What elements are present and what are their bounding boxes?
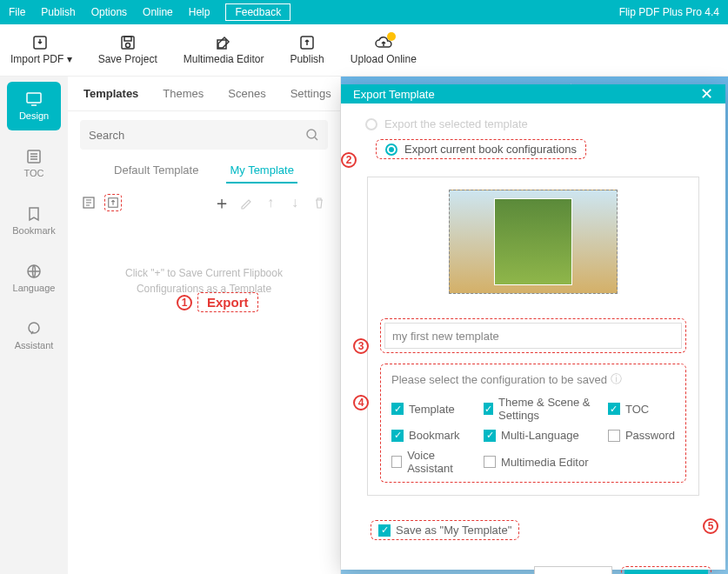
radio-icon (385, 144, 397, 156)
search-input[interactable] (89, 129, 305, 142)
radio-export-selected: Export the selected template (365, 117, 710, 130)
menu-publish[interactable]: Publish (41, 6, 75, 18)
search-box[interactable] (80, 120, 328, 150)
check-multilang[interactable]: ✓Multi-Language (484, 429, 596, 442)
template-tabs: Default Template My Template (68, 158, 340, 184)
delete-icon[interactable] (311, 194, 328, 211)
config-title: Please select the configuration to be sa… (391, 371, 675, 387)
modal-title: Export Template (353, 88, 435, 101)
menu-online[interactable]: Online (143, 6, 173, 18)
cloud-upload-icon (374, 35, 393, 50)
sidebar-item-bookmark[interactable]: Bookmark (7, 197, 61, 245)
import-template-icon[interactable] (80, 194, 97, 211)
bookmark-icon (27, 206, 41, 222)
modal-footer: Cancel Confirm (341, 554, 725, 574)
upload-online-button[interactable]: Upload Online (351, 35, 417, 65)
tab-scenes[interactable]: Scenes (224, 78, 269, 109)
tab-templates[interactable]: Templates (80, 78, 142, 109)
panel-actions: ＋ ↑ ↓ (68, 184, 340, 222)
svg-point-3 (125, 43, 130, 48)
templates-panel: Templates Themes Scenes Settings Default… (68, 77, 341, 574)
publish-button[interactable]: Publish (290, 35, 324, 65)
move-up-icon[interactable]: ↑ (262, 194, 279, 211)
confirm-button[interactable]: Confirm (624, 570, 708, 574)
chat-icon (26, 321, 42, 337)
annotation-4: 4 (353, 395, 369, 410)
check-template[interactable]: ✓Template (391, 396, 471, 422)
sidebar-item-language[interactable]: Language (7, 254, 61, 303)
annotation-1: 1 Export (177, 292, 258, 312)
monitor-icon (25, 91, 43, 107)
tab-themes[interactable]: Themes (159, 78, 207, 109)
list-icon (26, 149, 42, 164)
globe-icon (26, 264, 42, 279)
check-voice[interactable]: Voice Assistant (391, 449, 471, 475)
toolbar: Import PDF ▾ Save Project Multimedia Edi… (0, 24, 728, 77)
close-icon[interactable]: ✕ (700, 84, 713, 103)
menu-help[interactable]: Help (189, 6, 210, 18)
help-icon[interactable]: ⓘ (611, 371, 622, 387)
save-icon (120, 35, 136, 50)
save-project-button[interactable]: Save Project (98, 35, 157, 65)
feedback-button[interactable]: Feedback (225, 3, 291, 21)
panel-tabs: Templates Themes Scenes Settings (68, 77, 340, 111)
check-theme[interactable]: ✓Theme & Scene & Settings (484, 396, 596, 422)
sidebar-left: Design TOC Bookmark Language Assistant (0, 77, 68, 574)
edit-template-icon[interactable] (237, 194, 255, 211)
import-pdf-button[interactable]: Import PDF ▾ (10, 35, 72, 65)
cancel-button[interactable]: Cancel (534, 566, 612, 574)
tab-settings[interactable]: Settings (287, 78, 335, 109)
export-template-icon[interactable] (104, 194, 122, 211)
template-name-input[interactable] (384, 323, 682, 349)
publish-icon (299, 35, 315, 50)
sidebar-item-assistant[interactable]: Assistant (7, 311, 61, 360)
annotation-5: 5 (703, 518, 718, 534)
check-password[interactable]: Password (608, 429, 675, 442)
edit-icon (216, 35, 231, 50)
modal-header: Export Template ✕ (341, 84, 725, 103)
radio-export-current[interactable]: Export current book configurations (376, 139, 586, 159)
menubar: File Publish Options Online Help Feedbac… (0, 0, 728, 24)
menu-file[interactable]: File (9, 6, 25, 18)
export-template-modal: Export Template ✕ Export the selected te… (341, 84, 725, 570)
sidebar-item-design[interactable]: Design (7, 82, 61, 130)
my-template-tab[interactable]: My Template (226, 158, 297, 184)
sidebar-item-toc[interactable]: TOC (7, 139, 61, 188)
default-template-tab[interactable]: Default Template (110, 158, 202, 184)
save-as-my-template[interactable]: ✓ Save as "My Template" (371, 520, 519, 540)
check-bookmark[interactable]: ✓Bookmark (391, 429, 471, 442)
svg-point-10 (307, 130, 316, 138)
empty-message: Click "+" to Save Current Flipbook Confi… (68, 222, 340, 340)
add-icon[interactable]: ＋ (213, 194, 230, 211)
preview-box: 3 4 Please select the configuration to b… (367, 177, 699, 496)
radio-icon (365, 118, 377, 130)
multimedia-editor-button[interactable]: Multimedia Editor (184, 35, 264, 65)
app-title: Flip PDF Plus Pro 4.4 (619, 6, 719, 18)
svg-rect-6 (27, 93, 41, 103)
check-toc[interactable]: ✓TOC (608, 396, 675, 422)
move-down-icon[interactable]: ↓ (286, 194, 304, 211)
check-multimedia[interactable]: Multimedia Editor (484, 449, 596, 475)
import-icon (32, 35, 50, 50)
search-icon (305, 128, 319, 142)
menu-options[interactable]: Options (91, 6, 127, 18)
annotation-2: 2 (341, 152, 357, 168)
template-thumbnail (449, 190, 618, 294)
svg-rect-2 (124, 37, 131, 41)
svg-point-9 (29, 323, 39, 333)
annotation-3: 3 (353, 338, 369, 354)
